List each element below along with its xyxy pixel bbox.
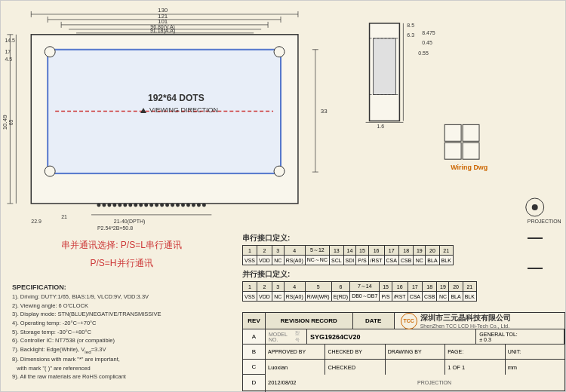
company-name-cn: 深圳市三元晶科技有限公司 (420, 313, 511, 323)
approved-by-value: Luoxian (266, 360, 325, 375)
projection-label: PROJECTION (415, 379, 564, 386)
parallel-table-title: 并行接口定义: (242, 269, 555, 280)
main-container: 130 121 101 96.80(V.A) 91.18(A.A) 10.49 … (0, 0, 566, 392)
svg-text:96.80(V.A): 96.80(V.A) (150, 24, 175, 30)
svg-point-77 (532, 204, 538, 210)
spec-item-6: 6). Controller IC: NT7538 (or compatible… (12, 336, 242, 345)
svg-point-76 (526, 198, 544, 216)
svg-point-9 (107, 203, 111, 207)
svg-point-7 (97, 203, 100, 207)
date-header: DATE (353, 313, 395, 329)
viewing-direction-label: VIEWING DIRECTION (140, 106, 218, 114)
spec-item-5: 5). Storage temp: -30°C~+80°C (12, 328, 242, 337)
date-row: 2012/08/02 PROJECTION (266, 375, 564, 390)
dots-label: 192*64 DOTS (148, 93, 205, 103)
approved-label: APPROVED BY (266, 345, 325, 359)
svg-rect-74 (463, 142, 479, 159)
general-tol-section: GENERAL TOL: ± 0.3 (476, 329, 564, 344)
page-value: 1 OF 1 (445, 360, 505, 375)
svg-rect-73 (444, 142, 461, 159)
company-section: TCC 深圳市三元晶科技有限公司 ShenZhen TCC LCD Hi-Tec… (395, 311, 564, 331)
title-row-1: REV REVISION RECORD DATE TCC 深圳市三元晶科技有限公… (243, 313, 564, 329)
svg-text:91.18(A.A): 91.18(A.A) (150, 28, 175, 34)
svg-text:22.9: 22.9 (31, 219, 42, 224)
svg-text:14.5: 14.5 (5, 38, 15, 43)
drawing-by-value (386, 360, 445, 375)
svg-point-21 (171, 203, 174, 207)
svg-text:8.475: 8.475 (422, 30, 435, 35)
svg-text:0.45: 0.45 (422, 40, 432, 45)
svg-point-18 (155, 203, 158, 207)
svg-point-14 (134, 203, 137, 207)
checked-value: CHECKED (325, 360, 385, 375)
spec-title: SPECIFICATION: (12, 283, 242, 291)
svg-point-16 (144, 203, 148, 207)
svg-point-26 (197, 203, 201, 207)
svg-point-11 (118, 203, 122, 207)
svg-text:1.6: 1.6 (377, 124, 385, 129)
spec-item-8b: with mark "( )" are referenced (12, 364, 242, 373)
svg-text:33: 33 (321, 108, 328, 115)
spec-section: SPECIFICATION: 1). Driving: DUTY:1/65, B… (12, 283, 242, 381)
chinese-section: 串并通讯选择: P/S=L串行通讯 P/S=H并行通讯 (12, 236, 231, 272)
svg-rect-71 (444, 124, 461, 141)
approved-row: APPROVED BY CHECKED BY DRAWING BY PAGE: … (266, 345, 564, 360)
serial-table: 1 2 3 4 5～12 13 14 15 16 17 18 19 20 21 … (242, 245, 454, 265)
spec-list: 1). Driving: DUTY:1/65, BIAS:1/9, VLCD:9… (12, 292, 242, 381)
svg-rect-0 (31, 35, 298, 204)
checked-label: CHECKED BY (325, 345, 385, 359)
tables-section: 串行接口定义: 1 2 3 4 5～12 13 14 15 16 17 18 1… (242, 233, 555, 302)
svg-point-25 (192, 203, 195, 207)
svg-point-17 (149, 203, 153, 207)
serial-table-title: 串行接口定义: (242, 233, 555, 243)
rev-header: REV (243, 313, 266, 329)
drawing-label: DRAWING BY (386, 345, 445, 359)
model-row: MODEL NO. 型号 SYG19264CV20 GENERAL TOL: ±… (266, 329, 564, 345)
spec-item-4: 4). Operating temp: -20°C~+70°C (12, 319, 242, 328)
svg-text:6.3: 6.3 (407, 32, 414, 38)
svg-point-24 (186, 203, 190, 207)
svg-text:10.49: 10.49 (2, 115, 8, 130)
unit-value: mm (506, 360, 564, 375)
spec-item-9: 9). All the raw materials are RoHS compl… (12, 372, 242, 381)
svg-text:P2.54*2B=50.8: P2.54*2B=50.8 (97, 225, 133, 231)
svg-point-19 (160, 203, 164, 207)
unit-label: UNIT: (506, 345, 564, 359)
svg-point-20 (165, 203, 169, 207)
svg-point-10 (112, 203, 116, 207)
chinese-line1: 串并通讯选择: P/S=L串行通讯 (12, 236, 231, 254)
svg-text:130: 130 (158, 7, 168, 14)
spec-item-2: 2). Viewing angle: 6 O'CLOCK (12, 302, 242, 311)
right-connector (528, 223, 543, 283)
date-value: 2012/08/02 (266, 378, 415, 387)
svg-text:0.55: 0.55 (418, 51, 429, 56)
svg-rect-63 (374, 38, 396, 95)
svg-point-23 (181, 203, 185, 207)
title-block: REV REVISION RECORD DATE TCC 深圳市三元晶科技有限公… (242, 312, 565, 391)
revision-header: REVISION RECORD (266, 313, 353, 329)
parallel-table: 1 2 3 4 5 6 7～14 15 16 17 18 19 20 21 VS… (242, 281, 477, 302)
svg-text:Wiring Dwg: Wiring Dwg (451, 164, 488, 171)
values-row: Luoxian CHECKED 1 OF 1 mm (266, 360, 564, 375)
model-no: SYG19264CV20 (307, 329, 476, 344)
svg-point-15 (139, 203, 143, 207)
svg-point-27 (202, 203, 206, 207)
page-label: PAGE: (445, 345, 505, 359)
svg-text:121: 121 (158, 13, 168, 20)
spec-item-3: 3). Display mode: STN(BLUE)/NEGATIVE/TRA… (12, 310, 242, 319)
svg-text:21-40(DPTH): 21-40(DPTH) (114, 219, 145, 225)
svg-point-8 (102, 203, 106, 207)
model-label: MODEL NO. 型号 (266, 329, 307, 344)
svg-point-3 (45, 47, 55, 57)
svg-point-12 (123, 203, 127, 207)
spec-item-7: 7). Backlight: Edge(White), Vled=3.3V (12, 345, 242, 355)
svg-text:8.5: 8.5 (407, 23, 414, 28)
svg-point-22 (176, 203, 180, 207)
tcc-logo: TCC (401, 313, 417, 329)
chinese-line2: P/S=H并行通讯 (12, 254, 231, 272)
spec-item-1: 1). Driving: DUTY:1/65, BIAS:1/9, VLCD:9… (12, 292, 242, 302)
svg-point-6 (274, 166, 285, 176)
svg-rect-62 (370, 23, 400, 121)
svg-point-13 (128, 203, 132, 207)
svg-rect-72 (463, 124, 479, 141)
